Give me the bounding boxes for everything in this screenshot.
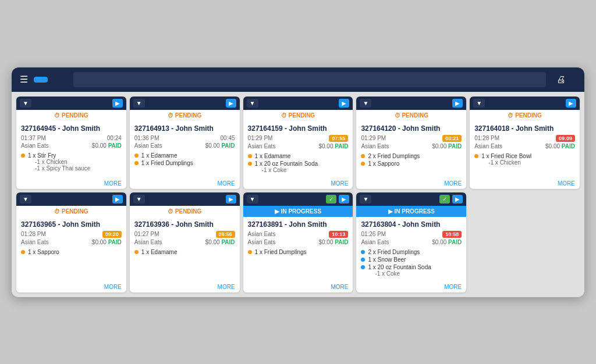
card-status-bar: ⏱ PENDING [356,110,466,121]
card-dropdown-btn[interactable]: ▼ [247,195,258,204]
card-more-btn[interactable]: MORE [356,281,466,292]
order-meta: 01:29 PM08:21 [361,135,462,142]
order-id-name: 327164159 - John Smith [248,124,349,133]
order-item: 1 x Sapporo [21,249,122,255]
order-price: $0.00 PAID [205,142,235,149]
order-items: 2 x Fried Dumplings1 x Sapporo [361,153,462,167]
card-forward-btn[interactable]: ▶ [452,99,463,108]
card-more-btn[interactable]: MORE [356,178,466,189]
card-forward-btn[interactable]: ▶ [226,99,236,108]
card-status-bar: ▶ IN PROGRESS [356,206,466,217]
timer-badge: 09:20 [102,231,122,238]
card-dropdown-btn[interactable]: ▼ [473,99,485,108]
card-more-btn[interactable]: MORE [130,281,240,292]
card-body: 327164913 - John Smith01:36 PM00:45Asian… [130,121,240,178]
order-time: 01:29 PM [361,135,386,141]
order-price: $0.00 PAID [205,239,235,245]
card-forward-btn[interactable]: ▶ [339,99,349,108]
card-forward-btn[interactable]: ▶ [566,99,576,108]
card-body: 327163891 - John SmithAsian Eats10:13Asi… [243,217,353,281]
restaurant-line: Asian Eats$0.00 PAID [361,239,462,245]
card-header: ▼▶ [243,97,353,110]
card-more-btn[interactable]: MORE [16,281,126,292]
item-dot [361,265,365,269]
item-modifier: -1 x Spicy Thai sauce [28,165,90,172]
menu-icon[interactable]: ☰ [20,74,28,85]
order-id-name: 327163804 - John Smith [361,220,462,229]
order-price: $0.00 PAID [318,143,348,149]
card-dropdown-btn[interactable]: ▼ [133,195,145,204]
order-card: ▼✓▶▶ IN PROGRESS327163804 - John Smith01… [356,192,466,292]
search-input[interactable] [73,72,546,87]
card-dropdown-btn[interactable]: ▼ [247,99,258,108]
card-complete-btn[interactable]: ✓ [439,195,450,204]
card-dropdown-btn[interactable]: ▼ [20,195,31,204]
card-more-btn[interactable]: MORE [130,178,240,189]
restaurant-name: Asian Eats [248,143,276,149]
status-icon: ⏱ [54,208,60,215]
item-dot [361,154,365,158]
tab-completed[interactable] [54,77,68,83]
card-dropdown-btn[interactable]: ▼ [133,99,145,108]
status-icon: ⏱ [168,208,173,215]
order-price: $0.00 PAID [318,239,348,245]
item-dot [134,154,139,158]
card-more-btn[interactable]: MORE [470,178,580,189]
item-dot [248,250,252,254]
order-id-name: 327164120 - John Smith [361,124,462,133]
item-modifier: -1 x Coke [368,270,431,277]
item-text: 1 x Snow Beer [368,256,406,263]
card-more-btn[interactable]: MORE [243,281,353,292]
card-forward-btn[interactable]: ▶ [339,195,349,204]
order-card: ▼▶⏱ PENDING327163965 - John Smith01:28 P… [16,192,126,292]
restaurant-name: Asian Eats [21,239,49,245]
card-header: ▼▶ [16,97,126,110]
item-dot [361,250,365,254]
item-dot [361,258,365,262]
order-price: $0.00 PAID [432,143,462,149]
printer-icon[interactable]: 🖨 [556,74,566,85]
card-dropdown-btn[interactable]: ▼ [360,195,371,204]
card-header: ▼✓▶ [243,192,353,206]
order-time: 01:26 PM [361,231,386,237]
card-body: 327163936 - John Smith01:27 PM09:56Asian… [130,217,240,281]
order-time: Asian Eats [248,231,276,237]
card-forward-btn[interactable]: ▶ [112,99,123,108]
card-more-btn[interactable]: MORE [16,178,126,189]
card-forward-btn[interactable]: ▶ [112,195,123,204]
order-elapsed: 00:45 [221,135,235,141]
card-more-btn[interactable]: MORE [243,178,353,189]
order-items: 1 x Fried Dumplings [248,249,349,255]
order-item: 1 x Snow Beer [361,256,462,263]
order-meta: 01:26 PM10:58 [361,231,462,238]
item-text: 1 x Fried Dumplings [141,160,193,166]
paid-badge: PAID [107,142,122,149]
item-modifier: -1 x Chicken [481,159,531,166]
top-bar: ☰ 🖨 [12,67,584,92]
card-body: 327164945 - John Smith01:37 PM00:24Asian… [16,121,126,178]
card-forward-btn[interactable]: ▶ [452,195,463,204]
restaurant-line: Asian Eats$0.00 PAID [248,239,349,245]
card-status-bar: ⏱ PENDING [130,110,240,121]
item-text: 1 x 20 oz Fountain Soda-1 x Coke [255,160,318,173]
card-dropdown-btn[interactable]: ▼ [360,99,371,108]
tab-pending[interactable] [34,77,48,83]
paid-badge: PAID [107,239,122,245]
item-dot [21,250,25,254]
timer-badge: 09:56 [216,231,235,238]
order-id-name: 327163891 - John Smith [248,220,349,229]
status-icon: ⏱ [508,112,513,119]
restaurant-line: Asian Eats$0.00 PAID [248,143,349,149]
card-forward-btn[interactable]: ▶ [226,195,236,204]
order-id-name: 327164018 - John Smith [474,124,575,133]
item-dot [134,250,139,254]
card-status-bar: ⏱ PENDING [243,110,353,121]
item-dot [248,162,252,166]
item-text: 1 x Sapporo [28,249,59,255]
card-header: ▼▶ [130,192,240,206]
card-header: ▼▶ [470,97,580,110]
paid-badge: PAID [333,143,348,149]
order-meta: 01:36 PM00:45 [134,135,235,141]
card-dropdown-btn[interactable]: ▼ [20,99,31,108]
card-complete-btn[interactable]: ✓ [326,195,336,204]
